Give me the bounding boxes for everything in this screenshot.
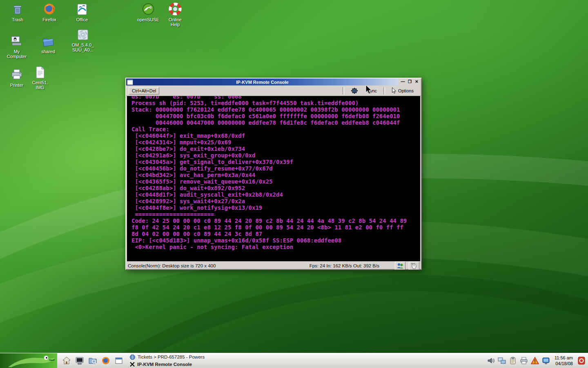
mouse-cursor (365, 85, 372, 94)
console-line: [<c04bd342>] avc_has_perm+0x3a/0x44 (131, 172, 420, 178)
desktop-icon-cent51[interactable]: Cent51. IMG (24, 65, 56, 90)
console-line: Stack: 00000000 f7620124 eddfee78 0c4000… (131, 106, 420, 113)
kvm-statusbar: Console(Norm): Desktop size is 720 x 400… (126, 261, 421, 270)
minimize-button[interactable]: — (400, 79, 406, 85)
clock-date: 04/18/08 (555, 361, 573, 366)
console-line: Call Trace: (131, 126, 420, 132)
desktop-icon-om-cd[interactable]: OM_5.4.0_ SUU_A0... (67, 28, 99, 52)
desktop-icon-online-help[interactable]: Online Help (159, 2, 191, 27)
warning-icon[interactable] (531, 357, 539, 365)
console-line: [<c0428be7>] do_exit+0x1eb/0x734 (131, 146, 420, 152)
online-help-icon (168, 2, 182, 16)
mouse-settings-icon (411, 263, 417, 269)
close-button[interactable]: ✕ (414, 79, 420, 85)
console-line: 00446000 00447000 00000000 eddfee78 f6d1… (131, 119, 420, 126)
status-fps: Fps: 24 In: 162 KB/s Out: 392 B/s (310, 263, 379, 268)
opensuse-icon (141, 2, 155, 16)
maximize-button[interactable]: ❐ (407, 79, 413, 85)
desktop-icon-label: Trash (2, 17, 33, 22)
console-line: 8d 04 02 00 00 00 c0 89 44 24 3c 8d 87 (131, 231, 420, 237)
system-tray: 11:56 am 04/18/08 (484, 353, 588, 368)
console-line: ======================= (131, 211, 420, 218)
printer-tray-icon[interactable] (520, 357, 528, 365)
volume-icon[interactable] (487, 357, 495, 365)
task-label: IP-KVM Remote Console (137, 362, 192, 367)
disc-image-file-icon (33, 65, 47, 79)
shared-folder-icon (41, 34, 55, 48)
console-line: [<c0424314>] mmput+0x25/0x69 (131, 139, 420, 146)
browser-task-icon (130, 355, 135, 360)
opensuse-geeko-icon (0, 353, 57, 368)
task-tickets[interactable]: Tickets > PRD-657285 - Powers (128, 354, 484, 360)
fit-screen-button[interactable] (348, 87, 361, 94)
desktop-icon-label: OM_5.4.0_ SUU_A0... (67, 43, 99, 52)
session-users-icon (396, 263, 404, 269)
fit-screen-icon (351, 88, 358, 94)
kvm-task-icon (130, 362, 135, 367)
toolbar-separator (343, 87, 344, 94)
kvm-window: IP-KVM Remote Console — ❐ ✕ Ctrl+Alt+Del… (125, 78, 422, 270)
toolbar-right-group: Sync Options (343, 87, 419, 94)
console-line: ds: 007b es: 007b ss: 0068 (131, 96, 420, 100)
console-line: [<c0428992>] sys_wait4+0x27/0x2a (131, 198, 420, 204)
cd-icon (76, 28, 90, 42)
quick-launch (57, 353, 128, 368)
desktop-icon-office[interactable]: Office (66, 2, 98, 22)
console-line: [<c040456b>] do_notify_resume+0x77/0x67d (131, 165, 420, 172)
start-menu-button[interactable] (0, 353, 57, 368)
pointer-icon (392, 88, 396, 94)
console-line: [<c043045a>] get_signal_to_deliver+0x378… (131, 159, 420, 165)
desktop-icon-my-computer[interactable]: My Computer (1, 34, 33, 59)
console-line: [<c0448d1f>] audit_syscall_exit+0x2b8/0x… (131, 191, 420, 198)
titlebar[interactable]: IP-KVM Remote Console — ❐ ✕ (126, 79, 421, 85)
taskbar-clock[interactable]: 11:56 am 04/18/08 (553, 355, 575, 366)
remote-display-icon[interactable] (542, 357, 550, 365)
printer-icon (10, 68, 24, 82)
console-line: f8 0f 42 54 24 20 c1 e8 12 25 f8 0f 00 0… (131, 224, 420, 231)
trash-icon (11, 2, 24, 16)
desktop-icon-trash[interactable]: Trash (2, 2, 33, 22)
window-list-icon[interactable] (114, 356, 123, 365)
task-label: Tickets > PRD-657285 - Powers (138, 355, 205, 359)
task-kvm-console[interactable]: IP-KVM Remote Console (128, 361, 484, 368)
ctrl-alt-del-button[interactable]: Ctrl+Alt+Del (129, 87, 159, 94)
console-line: EIP: [<c045d183>] unmap_vmas+0x16d/0x58f… (131, 237, 420, 244)
console-line: [<c04288ab>] do_wait+0x892/0x952 (131, 185, 420, 191)
clipboard-icon[interactable] (509, 357, 517, 365)
updater-icon[interactable] (577, 357, 586, 365)
kvm-toolbar: Ctrl+Alt+Del Sync Options (126, 85, 421, 96)
firefox-launcher-icon[interactable] (101, 356, 110, 365)
firefox-icon (42, 2, 56, 16)
window-title: IP-KVM Remote Console (126, 80, 399, 85)
console-line: Process sh (pid: 5253, ti=eddfe000 task=… (131, 100, 420, 106)
desktop-icon-shared[interactable]: shared (32, 34, 64, 54)
console-line: [<c04365f5>] remove_wait_queue+0x16/0x25 (131, 178, 420, 185)
desktop-icon-label: shared (32, 49, 64, 54)
console-line: Code: 24 25 00 00 00 c0 89 44 24 20 89 c… (131, 218, 420, 224)
console-line: <0>Kernel panic - not syncing: Fatal exc… (131, 244, 420, 250)
office-icon (75, 2, 89, 16)
network-monitor-icon[interactable] (498, 357, 506, 365)
task-list: Tickets > PRD-657285 - Powers IP-KVM Rem… (128, 353, 484, 368)
status-mouse-button[interactable] (409, 262, 419, 270)
toolbar-separator (383, 87, 385, 94)
console-screen[interactable]: ds: 007b es: 007b ss: 0068Process sh (pi… (127, 96, 420, 261)
console-line: [<c0404f8e>] work_notifysig+0x13/0x19 (131, 204, 420, 211)
home-icon[interactable] (62, 356, 71, 365)
my-computer-icon (10, 34, 24, 48)
status-desktop-size: Console(Norm): Desktop size is 720 x 400 (128, 263, 216, 268)
status-session-button[interactable] (395, 262, 405, 270)
desktop-icon-label: My Computer (1, 49, 33, 59)
console-line: 00447000 bfc03c0b f6defac0 c561a0e0 ffff… (131, 113, 420, 119)
desktop-icon-label: Office (66, 17, 98, 22)
console-line: [<c04291a6>] sys_exit_group+0x0/0xd (131, 152, 420, 159)
file-manager-icon[interactable] (88, 356, 97, 365)
desktop-icon-firefox[interactable]: Firefox (33, 2, 65, 22)
terminal-icon[interactable] (75, 356, 84, 365)
clock-time: 11:56 am (555, 355, 573, 361)
options-label: Options (398, 88, 414, 93)
taskbar: Tickets > PRD-657285 - Powers IP-KVM Rem… (0, 353, 588, 368)
options-button[interactable]: Options (389, 87, 416, 94)
window-controls: — ❐ ✕ (399, 79, 421, 85)
titlebar-gradient: IP-KVM Remote Console (126, 79, 399, 85)
